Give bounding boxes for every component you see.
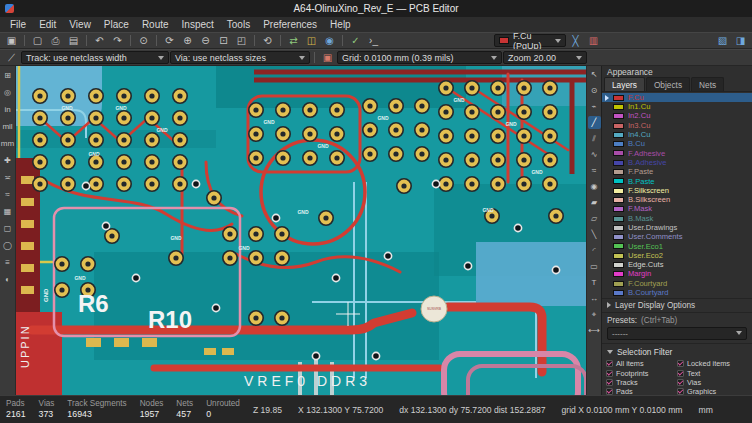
layer-color-swatch[interactable]: [613, 234, 624, 240]
selection-filter-item[interactable]: Text: [677, 369, 748, 377]
tune-skew-tool-icon[interactable]: ≈: [588, 164, 601, 177]
toggle-grid-icon[interactable]: ⊞: [1, 69, 15, 82]
checkbox-icon[interactable]: [677, 360, 684, 367]
layer-color-swatch[interactable]: [613, 243, 624, 249]
rotate-ccw-icon[interactable]: ⟲: [259, 33, 276, 48]
units-mils-icon[interactable]: mil: [1, 120, 15, 133]
appearance-toggle-icon[interactable]: ◨: [732, 33, 749, 48]
layer-color-swatch[interactable]: [613, 95, 624, 101]
selection-filter-item[interactable]: All items: [606, 360, 677, 368]
layer-row[interactable]: B.Adhesive: [602, 158, 752, 167]
highlight-net-tool-icon[interactable]: ⊙: [588, 84, 601, 97]
ratsnest-icon[interactable]: ≍: [1, 171, 15, 184]
layer-color-swatch[interactable]: [613, 216, 624, 222]
appearance-tab[interactable]: Layers: [604, 77, 645, 91]
menu-item[interactable]: View: [63, 18, 97, 31]
pcb-editor-canvas[interactable]: SUSVRB GNDGNDGNDGNDGNDGNDGNDGNDGNDGNDGND…: [16, 66, 586, 395]
menu-item[interactable]: Edit: [33, 18, 62, 31]
undo-icon[interactable]: ↶: [91, 33, 108, 48]
zoom-in-icon[interactable]: ⊕: [179, 33, 196, 48]
layer-row[interactable]: B.Courtyard: [602, 288, 752, 297]
origin-tool-icon[interactable]: ⌖: [588, 308, 601, 321]
selection-filter-item[interactable]: Graphics: [677, 388, 748, 395]
layer-color-swatch[interactable]: [613, 150, 624, 156]
tune-length-tool-icon[interactable]: ∿: [588, 148, 601, 161]
pad-sketch-icon[interactable]: ◯: [1, 239, 15, 252]
layer-row[interactable]: In2.Cu: [602, 112, 752, 121]
zoom-dropdown[interactable]: Zoom 20.00: [503, 51, 587, 64]
print-icon[interactable]: ⎙: [47, 33, 64, 48]
selection-filter-item[interactable]: Pads: [606, 388, 677, 395]
layer-row[interactable]: B.Paste: [602, 177, 752, 186]
measure-tool-icon[interactable]: ⟷: [588, 324, 601, 337]
layer-row[interactable]: F.Cu: [602, 93, 752, 102]
menu-item[interactable]: File: [4, 18, 32, 31]
pcb-canvas-svg[interactable]: SUSVRB GNDGNDGNDGNDGNDGNDGNDGNDGNDGNDGND…: [16, 66, 586, 395]
layer-color-swatch[interactable]: [613, 178, 624, 184]
zoom-fit-icon[interactable]: ⊡: [215, 33, 232, 48]
presets-dropdown[interactable]: ------: [607, 327, 747, 340]
layer-color-swatch[interactable]: [613, 160, 624, 166]
layer-color-swatch[interactable]: [613, 197, 624, 203]
plot-icon[interactable]: ▤: [65, 33, 82, 48]
update-pcb-icon[interactable]: ⇄: [285, 33, 302, 48]
select-tool-icon[interactable]: ↖: [588, 68, 601, 81]
show-ratsnest-icon[interactable]: ╳: [567, 33, 584, 48]
checkbox-icon[interactable]: [606, 379, 613, 386]
drc-icon[interactable]: ✓: [347, 33, 364, 48]
layer-color-swatch[interactable]: [613, 262, 624, 268]
layer-color-swatch[interactable]: [613, 271, 624, 277]
zone-outline-icon[interactable]: ▢: [1, 222, 15, 235]
redo-icon[interactable]: ↷: [109, 33, 126, 48]
selection-filter-header[interactable]: Selection Filter: [602, 344, 752, 359]
layer-color-swatch[interactable]: [613, 169, 624, 175]
layer-row[interactable]: Margin: [602, 270, 752, 279]
layer-row[interactable]: B.Silkscreen: [602, 195, 752, 204]
layer-display-options[interactable]: Layer Display Options: [602, 298, 752, 312]
layer-row[interactable]: In3.Cu: [602, 121, 752, 130]
scripting-console-icon[interactable]: ›_: [365, 33, 382, 48]
menu-item[interactable]: Tools: [221, 18, 256, 31]
layer-color-swatch[interactable]: [613, 104, 624, 110]
checkbox-icon[interactable]: [606, 370, 613, 377]
layer-row[interactable]: F.Courtyard: [602, 279, 752, 288]
layer-row[interactable]: B.Mask: [602, 214, 752, 223]
layer-row[interactable]: B.Cu: [602, 139, 752, 148]
draw-zone-tool-icon[interactable]: ▰: [588, 196, 601, 209]
layer-color-swatch[interactable]: [613, 253, 624, 259]
footprint-editor-icon[interactable]: ◫: [303, 33, 320, 48]
layer-row[interactable]: User.Drawings: [602, 223, 752, 232]
via-size-dropdown[interactable]: Via: use netclass sizes: [170, 51, 310, 64]
layer-color-swatch[interactable]: [613, 206, 624, 212]
layer-color-swatch[interactable]: [613, 113, 624, 119]
appearance-tab[interactable]: Nets: [691, 77, 724, 91]
layer-row[interactable]: In1.Cu: [602, 102, 752, 111]
menu-item[interactable]: Place: [98, 18, 135, 31]
layer-row[interactable]: F.Paste: [602, 167, 752, 176]
cursor-shape-icon[interactable]: ✚: [1, 154, 15, 167]
layer-color-swatch[interactable]: [613, 141, 624, 147]
3d-viewer-icon[interactable]: ◉: [321, 33, 338, 48]
page-settings-icon[interactable]: ▢: [29, 33, 46, 48]
dimension-tool-icon[interactable]: ↔: [588, 292, 601, 305]
high-contrast-icon[interactable]: ◐: [1, 273, 15, 286]
route-diff-pair-tool-icon[interactable]: ⫽: [588, 132, 601, 145]
selection-filter-item[interactable]: Locked items: [677, 360, 748, 368]
curved-ratsnest-icon[interactable]: ≈: [1, 188, 15, 201]
net-inspector-icon[interactable]: ▥: [585, 33, 602, 48]
layer-color-swatch[interactable]: [613, 132, 624, 138]
track-posture-icon[interactable]: ⟋: [3, 50, 20, 65]
layer-selector-dropdown[interactable]: F.Cu (PgUp): [494, 34, 566, 47]
local-ratsnest-tool-icon[interactable]: ⌁: [588, 100, 601, 113]
find-icon[interactable]: ⊙: [135, 33, 152, 48]
add-text-tool-icon[interactable]: T: [588, 276, 601, 289]
menu-item[interactable]: Preferences: [257, 18, 323, 31]
selection-filter-item[interactable]: Vias: [677, 378, 748, 386]
polar-coords-icon[interactable]: ◎: [1, 86, 15, 99]
layer-row[interactable]: F.Silkscreen: [602, 186, 752, 195]
menu-item[interactable]: Route: [136, 18, 175, 31]
draw-line-tool-icon[interactable]: ╲: [588, 228, 601, 241]
appearance-tab[interactable]: Objects: [646, 77, 690, 91]
track-width-dropdown[interactable]: Track: use netclass width: [21, 51, 169, 64]
selection-filter-item[interactable]: Footprints: [606, 369, 677, 377]
